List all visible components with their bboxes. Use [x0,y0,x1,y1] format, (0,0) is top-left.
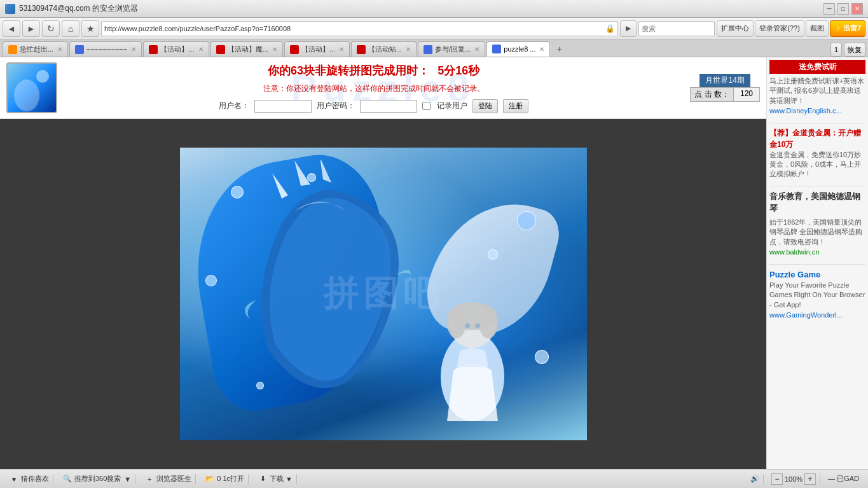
puzzle-clicks-box: 点 击 数： 120 [690,87,760,102]
tab-6-close[interactable]: ✕ [406,46,411,53]
zoom-level: 100% [785,475,803,483]
favorites-button[interactable]: ★ [81,20,99,37]
tab-6[interactable]: 【活动站... ✕ [351,41,417,57]
address-bar[interactable] [104,25,603,32]
download-icon: ⬇ [258,474,268,484]
tab-3-close[interactable]: ✕ [198,46,203,53]
puzzle-warning: 注意：你还没有登陆网站，这样你的拼图完成时间就不会被记录。 [70,83,677,94]
new-tab-button[interactable]: + [551,41,567,57]
status-favorites-label: 猜你喜欢 [21,474,49,484]
ad-separator-1 [769,123,865,123]
status-recovery[interactable]: — 已GAD [824,474,863,484]
username-input[interactable] [254,100,312,113]
screenshot-button[interactable]: 截图 [806,20,829,37]
puzzle-thumbnail [6,62,57,113]
recovery-label: — 已GAD [828,474,859,484]
ad-free-trial-link[interactable]: www.DisneyEnglish.c... [769,106,865,116]
dropdown-icon: ▼ [124,475,131,483]
tab-3[interactable]: 【活动】... ✕ [143,41,209,57]
ad-music-title: 音乐教育，美国鲍德温钢琴 [769,190,865,215]
ad-puzzle-game-title[interactable]: Puzzle Game [769,268,865,281]
tab-bar: 急忙赶出... ✕ ~~~~~~~~~~ ✕ 【活动】... ✕ 【活动】魔..… [0,39,868,57]
content-area: Puzzle8 [0,57,766,469]
register-button[interactable]: 注册 [503,99,528,113]
ad-puzzle-game-text: Play Your Favorite Puzzle Games Right On… [769,281,865,310]
tab-8-close[interactable]: ✕ [539,46,544,53]
login-manager-button[interactable]: 登录管家(??) [755,20,804,37]
tab-5-label: 【活动】... [301,45,335,54]
home-button[interactable]: ⌂ [62,20,79,37]
tab-7-close[interactable]: ✕ [474,46,479,53]
ad-free-trial-header: 送免费试听 [769,60,865,74]
puzzle-side-info: 月世界14期 点 击 数： 120 [690,74,760,102]
status-zoom[interactable]: − 100% + [768,473,820,485]
ad-puzzle-game-link[interactable]: www.GamingWonderl... [769,310,865,321]
refresh-button[interactable]: ↻ [42,20,60,37]
address-bar-container[interactable]: 🔒 [101,21,618,36]
tab-6-label: 【活动站... [368,45,402,54]
title-bar: 531309474@qq.com 的安全浏览器 ─ □ ✕ [0,0,868,18]
completion-time: 5分16秒 [437,64,479,77]
status-sound[interactable]: 🔊 [747,475,764,483]
tab-4[interactable]: 【活动】魔... ✕ [210,41,283,57]
login-button[interactable]: 登陆 [472,99,498,113]
svg-point-9 [475,323,480,328]
tab-5[interactable]: 【活动】... ✕ [284,41,350,57]
tab-2-label: ~~~~~~~~~~ [86,46,127,53]
tab-7[interactable]: 参与/回复... ✕ [418,41,485,57]
tab-8[interactable]: puzzle8 ... ✕ [486,41,550,57]
close-button[interactable]: ✕ [851,3,863,15]
forward-button[interactable]: ► [22,20,40,37]
puzzle-image: 拼图吧 [180,148,587,440]
right-toolbar: 扩展中心 登录管家(??) 截图 ⚡迅雷7 [717,20,865,37]
password-input[interactable] [360,100,417,113]
status-health[interactable]: + 浏览器医生 [141,474,196,484]
remember-checkbox[interactable] [422,102,431,110]
zoom-out-button[interactable]: − [771,473,783,485]
status-download-label: 下载 [270,474,284,484]
puzzle-thumb-image [8,64,56,112]
tab-1-favicon [8,45,17,54]
heart-icon: ♥ [9,474,19,484]
tab-list-button[interactable]: 1 [830,43,842,57]
download-dropdown-icon: ▼ [286,475,293,483]
maximize-button[interactable]: □ [837,3,849,15]
password-label: 用户密码： [317,101,355,111]
clicks-value: 120 [734,88,759,101]
status-download[interactable]: ⬇ 下载 ▼ [254,474,297,484]
droplet-3 [517,211,536,230]
status-open[interactable]: 📂 0 1c打开 [201,474,249,484]
status-right: 🔊 − 100% + — 已GAD [747,473,863,485]
tab-7-favicon [424,45,432,54]
xunlei-button[interactable]: ⚡迅雷7 [830,20,865,37]
go-button[interactable]: ▶ [620,20,637,37]
puzzle-image-area: 拼图吧 [0,119,766,469]
tab-2-close[interactable]: ✕ [131,46,136,53]
tab-1[interactable]: 急忙赶出... ✕ [3,41,68,57]
ad-gold-title: 【荐】金道贵金属：开户赠金10万 [769,127,865,150]
ad-music-link[interactable]: www.baldwin.cn [769,247,865,258]
status-open-label: 0 1c打开 [217,474,244,484]
tab-2[interactable]: ~~~~~~~~~~ ✕ [69,41,142,57]
tab-right-buttons: 1 恢复 [830,43,865,57]
minimize-button[interactable]: ─ [823,3,835,15]
back-button[interactable]: ◄ [3,20,20,37]
puzzle-name-box: 月世界14期 [699,74,750,87]
tab-recovery-button[interactable]: 恢复 [844,43,865,57]
puzzle-header: Puzzle8 [0,57,766,119]
zoom-in-button[interactable]: + [804,473,816,485]
droplet-7 [205,275,217,286]
tab-4-close[interactable]: ✕ [272,46,277,53]
ad-puzzle-game: Puzzle Game Play Your Favorite Puzzle Ga… [769,268,865,321]
status-recommend[interactable]: 🔍 推荐到360搜索 ▼ [59,474,135,484]
tab-1-close[interactable]: ✕ [57,46,62,53]
tab-5-close[interactable]: ✕ [339,46,344,53]
ad-separator-3 [769,264,865,265]
expand-center-button[interactable]: 扩展中心 [717,20,754,37]
username-label: 用户名： [219,101,249,111]
ad-free-trial: 送免费试听 马上注册赠免费试听课+英语水平测试, 报名6岁以上提高班送英语测评！… [769,60,865,116]
puzzle-completion-text: 你的63块非旋转拼图完成用时： 5分16秒 [70,63,677,78]
search-input[interactable] [638,21,715,36]
status-favorites[interactable]: ♥ 猜你喜欢 [5,474,53,484]
recommend-icon: 🔍 [62,474,72,484]
